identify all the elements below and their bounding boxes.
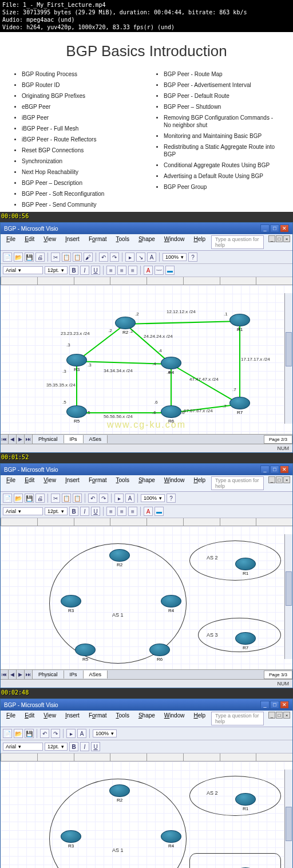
menu-window[interactable]: Window	[161, 712, 188, 725]
bold-button[interactable]: B	[69, 266, 78, 275]
network-link[interactable]	[77, 412, 171, 413]
font-select[interactable]: Arial▾	[3, 507, 43, 515]
tab-ases[interactable]: ASes	[84, 670, 108, 678]
router-r1[interactable]: R1	[235, 558, 256, 571]
fill-color-button[interactable]: ▬	[165, 266, 175, 275]
maximize-button[interactable]: □	[270, 224, 279, 232]
scroll-thumb[interactable]	[286, 332, 292, 366]
router-r7[interactable]: R7	[235, 632, 256, 646]
italic-button[interactable]: I	[80, 507, 89, 516]
menu-help[interactable]: Help	[190, 712, 209, 725]
router-r4[interactable]: R4	[161, 357, 181, 370]
fill-color-button[interactable]: ▬	[155, 507, 164, 516]
doc-close-button[interactable]: ×	[283, 235, 290, 242]
menu-view[interactable]: View	[40, 235, 60, 249]
scroll-thumb[interactable]	[286, 807, 292, 841]
close-button[interactable]: ✕	[280, 224, 289, 232]
save-button[interactable]: 💾	[25, 252, 34, 262]
redo-button[interactable]: ↷	[110, 252, 119, 262]
menu-window[interactable]: Window	[161, 235, 188, 249]
close-button[interactable]: ✕	[280, 465, 289, 474]
text-tool[interactable]: A	[77, 729, 86, 738]
tab-nav-prev[interactable]: ◀	[9, 435, 17, 444]
cut-button[interactable]: ✂	[51, 252, 60, 262]
menu-format[interactable]: Format	[85, 476, 110, 490]
menu-help[interactable]: Help	[190, 235, 209, 249]
align-left-button[interactable]: ≡	[106, 507, 116, 516]
router-r4[interactable]: R4	[161, 595, 181, 609]
router-r1[interactable]: R1	[229, 314, 250, 328]
underline-button[interactable]: U	[91, 266, 100, 275]
italic-button[interactable]: I	[80, 266, 89, 275]
tab-physical[interactable]: Physical	[33, 435, 64, 443]
doc-restore-button[interactable]: □	[276, 712, 283, 719]
doc-close-button[interactable]: ×	[283, 712, 290, 719]
menu-format[interactable]: Format	[85, 235, 110, 249]
copy-button[interactable]: 📋	[62, 252, 71, 262]
menu-insert[interactable]: Insert	[62, 476, 83, 490]
undo-button[interactable]: ↶	[88, 494, 97, 503]
tab-nav-prev[interactable]: ◀	[9, 670, 17, 679]
underline-button[interactable]: U	[91, 742, 100, 751]
tab-nav-next[interactable]: ▶	[17, 435, 25, 444]
menu-view[interactable]: View	[40, 712, 60, 725]
menu-help[interactable]: Help	[190, 476, 209, 490]
menu-view[interactable]: View	[40, 476, 60, 490]
help-button[interactable]: ?	[188, 252, 197, 262]
help-search-box[interactable]: Type a question for help	[211, 235, 264, 249]
menu-file[interactable]: File	[3, 476, 19, 490]
pointer-tool[interactable]: ▸	[125, 252, 134, 262]
doc-restore-button[interactable]: □	[276, 476, 283, 483]
close-button[interactable]: ✕	[280, 701, 289, 709]
router-r2[interactable]: R2	[109, 784, 130, 798]
minimize-button[interactable]: _	[260, 465, 270, 474]
router-r3[interactable]: R3	[61, 830, 81, 844]
tab-ases[interactable]: ASes	[84, 435, 108, 443]
doc-min-button[interactable]: _	[268, 476, 275, 483]
tab-physical[interactable]: Physical	[33, 670, 64, 678]
menu-insert[interactable]: Insert	[62, 235, 83, 249]
title-bar[interactable]: BGP - Microsoft Visio _□✕	[1, 699, 292, 711]
bold-button[interactable]: B	[69, 507, 78, 516]
router-r6[interactable]: R6	[149, 644, 170, 657]
scroll-thumb[interactable]	[286, 571, 292, 606]
align-center-button[interactable]: ≡	[117, 507, 126, 516]
menu-file[interactable]: File	[3, 235, 19, 249]
router-r4[interactable]: R4	[161, 830, 181, 844]
doc-restore-button[interactable]: □	[276, 235, 283, 242]
menu-window[interactable]: Window	[161, 476, 188, 490]
vertical-scrollbar[interactable]	[284, 770, 292, 868]
align-right-button[interactable]: ≡	[128, 507, 137, 516]
network-link[interactable]	[239, 321, 240, 404]
connector-tool[interactable]: ↘	[136, 252, 145, 262]
menu-tools[interactable]: Tools	[113, 235, 133, 249]
save-button[interactable]: 💾	[25, 494, 34, 503]
line-color-button[interactable]: 〰	[155, 266, 164, 275]
menu-tools[interactable]: Tools	[113, 712, 133, 725]
italic-button[interactable]: I	[80, 742, 89, 751]
zoom-select[interactable]: 100%▾	[163, 253, 187, 261]
text-tool[interactable]: A	[147, 252, 156, 262]
print-button[interactable]: 🖨	[35, 494, 45, 503]
menu-edit[interactable]: Edit	[21, 476, 38, 490]
minimize-button[interactable]: _	[260, 224, 270, 232]
save-button[interactable]: 💾	[25, 729, 34, 738]
drawing-canvas[interactable]: www.cg-ku.com R1R2R3R4R5R6R712.12.12.x /…	[1, 285, 292, 434]
menu-file[interactable]: File	[3, 712, 19, 725]
drawing-canvas[interactable]: R1R2R3R4R5R6R7AS 1AS 2AS 3	[1, 526, 292, 669]
fontsize-select[interactable]: 12pt.▾	[45, 743, 68, 751]
help-search-box[interactable]: Type a question for help	[211, 476, 264, 490]
tab-nav-first[interactable]: ⏮	[1, 670, 9, 679]
minimize-button[interactable]: _	[260, 701, 270, 709]
new-button[interactable]: 📄	[3, 729, 12, 738]
open-button[interactable]: 📂	[14, 494, 23, 503]
menu-edit[interactable]: Edit	[21, 712, 38, 725]
as3-oval[interactable]	[189, 853, 281, 868]
redo-button[interactable]: ↷	[51, 729, 60, 738]
title-bar[interactable]: BGP - Microsoft Visio _□✕	[1, 464, 292, 475]
menu-shape[interactable]: Shape	[135, 476, 159, 490]
menu-insert[interactable]: Insert	[62, 712, 83, 725]
redo-button[interactable]: ↷	[99, 494, 108, 503]
drawing-canvas[interactable]: R1R2R3R4R5R6R7AS 1AS 2AS 3	[1, 762, 292, 868]
tab-nav-next[interactable]: ▶	[17, 670, 25, 679]
